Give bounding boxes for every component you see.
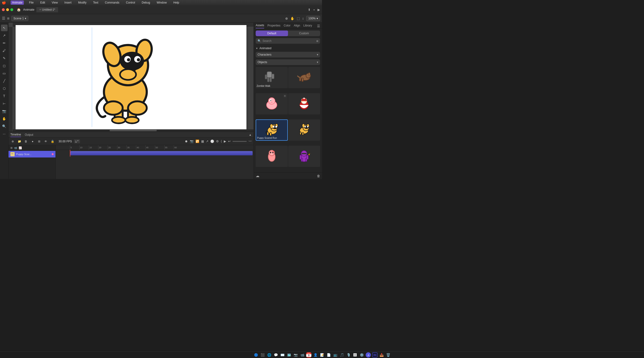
cloud-icon[interactable]: ☁ <box>256 173 260 178</box>
menu-view[interactable]: View <box>50 1 59 5</box>
characters-filter-row[interactable]: Characters ▾ <box>256 52 320 58</box>
play-icon[interactable]: ▶ <box>318 8 320 12</box>
onion-icon[interactable]: ⚪ <box>210 139 214 143</box>
scene-selector[interactable]: Scene 1 ▾ <box>11 16 28 21</box>
home-button[interactable]: 🏠 <box>16 7 21 12</box>
apple-menu[interactable]: 🍎 <box>2 1 6 5</box>
frame-by-frame-icon[interactable]: ▦ <box>201 139 204 143</box>
waveform-icon[interactable]: 〰 <box>248 139 252 143</box>
bone-tool[interactable]: ⊢ <box>1 100 8 107</box>
menu-edit[interactable]: Edit <box>39 1 46 5</box>
layers-icon[interactable]: ⊞ <box>7 17 10 20</box>
search-bar[interactable]: 🔍 ⊞ <box>256 38 320 44</box>
canvas[interactable] <box>16 25 246 129</box>
playhead[interactable] <box>70 150 70 156</box>
asset-chick[interactable]: ✕ <box>256 93 288 114</box>
undo-icon[interactable]: ↩ <box>228 139 231 143</box>
freehand-tool[interactable]: ✏ <box>1 40 8 46</box>
asset-puppy-scared-run[interactable]: Puppy Scared Run <box>256 119 288 141</box>
menu-control[interactable]: Control <box>125 1 137 5</box>
hand-icon[interactable]: ✋ <box>290 17 294 20</box>
filter-icon[interactable]: ⊞ <box>316 40 318 42</box>
prev-frame-icon[interactable]: ⟨ <box>221 139 222 143</box>
canvas-hscroll-thumb[interactable] <box>110 130 157 131</box>
settings-icon[interactable]: ⚙ <box>216 139 219 143</box>
onion-skin-icon[interactable]: ● <box>30 139 35 144</box>
share-icon[interactable]: ⬆ <box>308 8 311 12</box>
play-pause-icon[interactable]: ▶ <box>224 139 226 143</box>
minimize-button[interactable] <box>6 8 9 11</box>
tab-close-icon[interactable]: ✕ <box>39 8 41 11</box>
delete-layer-icon[interactable]: 🗑 <box>24 139 28 144</box>
tab-timeline[interactable]: Timeline <box>10 132 21 137</box>
menu-commands[interactable]: Commands <box>104 1 121 5</box>
search-input[interactable] <box>262 39 315 43</box>
asset-zombie-walk[interactable]: Zombie Walk <box>256 67 288 88</box>
layer-options-icon[interactable]: ⊞ <box>37 139 42 144</box>
pink-character-thumb <box>256 146 288 167</box>
tab-output[interactable]: Output <box>25 133 33 137</box>
asset-puppy-walk[interactable] <box>288 119 320 141</box>
arrange-icon[interactable]: ↕ <box>302 17 304 20</box>
menu-insert[interactable]: Insert <box>63 1 73 5</box>
menu-window[interactable]: Window <box>155 1 168 5</box>
visibility-icon[interactable]: 👁 <box>44 139 48 144</box>
asset-pink-character[interactable] <box>256 146 288 167</box>
tab-assets[interactable]: Assets <box>256 24 264 28</box>
panel-icon[interactable]: ▪ <box>314 8 315 12</box>
menu-debug[interactable]: Debug <box>140 1 151 5</box>
lock-icon[interactable]: 🔒 <box>50 139 55 144</box>
paint-tool[interactable]: ✎ <box>1 55 8 62</box>
folder-icon[interactable]: 📁 <box>17 139 22 144</box>
fill-tool[interactable]: ⬡ <box>1 85 8 92</box>
eraser-tool[interactable]: ◻ <box>1 62 8 69</box>
tab-color[interactable]: Color <box>284 24 290 28</box>
ruler-vertical <box>8 27 13 132</box>
line-tool[interactable]: ╱ <box>1 78 8 84</box>
crop-icon[interactable]: ⬚ <box>297 17 300 20</box>
canvas-hscroll[interactable] <box>13 129 254 132</box>
menu-help[interactable]: Help <box>172 1 180 5</box>
volume-slider[interactable] <box>232 141 247 142</box>
pen-tool[interactable]: 🖊 <box>1 47 8 54</box>
timeline-collapse-icon[interactable]: ▲ <box>249 133 252 136</box>
add-layer-icon[interactable]: ⊕ <box>10 139 15 144</box>
custom-tab[interactable]: Custom <box>288 31 320 36</box>
tab-library[interactable]: Library <box>303 24 312 28</box>
rectangle-tool[interactable]: ▭ <box>1 70 8 77</box>
camera-capture-icon[interactable]: 📷 <box>190 139 194 143</box>
zoom-tool[interactable]: 🔍 <box>1 123 8 130</box>
track-bar[interactable] <box>70 151 252 155</box>
menu-animate[interactable]: Animate <box>10 1 24 5</box>
maximize-button[interactable] <box>10 8 13 11</box>
select-tool[interactable]: ↖ <box>1 25 8 31</box>
camera-tool[interactable]: 📷 <box>1 108 8 114</box>
asset-wolf-run[interactable] <box>288 67 320 88</box>
animated-section-header[interactable]: ▼ Animated <box>254 46 322 51</box>
list-view-icon[interactable]: ☰ <box>317 24 320 28</box>
asset-ninja[interactable] <box>288 146 320 167</box>
asset-santa[interactable] <box>288 93 320 114</box>
transform-icon[interactable]: ⊕ <box>285 17 288 20</box>
menu-file[interactable]: File <box>28 1 35 5</box>
subselect-tool[interactable]: ↗ <box>1 32 8 39</box>
menu-text[interactable]: Text <box>92 1 100 5</box>
default-tab[interactable]: Default <box>256 31 288 36</box>
delete-asset-icon[interactable]: 🗑 <box>317 174 320 178</box>
hamburger-icon[interactable]: ☰ <box>2 16 5 21</box>
export-icon[interactable]: ↗ <box>206 139 208 143</box>
hand-tool[interactable]: ✋ <box>1 115 8 122</box>
loop-icon[interactable]: 🔁 <box>196 139 199 143</box>
layer-item[interactable]: 🐕 Puppy Scar... <box>8 151 56 157</box>
record-icon[interactable]: ⏺ <box>185 139 188 143</box>
tab-properties[interactable]: Properties <box>268 24 280 28</box>
ninja-thumb <box>288 146 320 167</box>
objects-row[interactable]: Objects ▾ <box>256 59 320 65</box>
more-tools[interactable]: ··· <box>1 130 8 137</box>
close-button[interactable] <box>2 8 5 11</box>
text-tool[interactable]: T <box>1 93 8 99</box>
menu-modify[interactable]: Modify <box>77 1 88 5</box>
document-tab[interactable]: ✕ Untitled-1* <box>36 7 58 12</box>
tab-align[interactable]: Align <box>294 24 300 28</box>
zoom-control[interactable]: 100% ▾ <box>306 16 320 21</box>
